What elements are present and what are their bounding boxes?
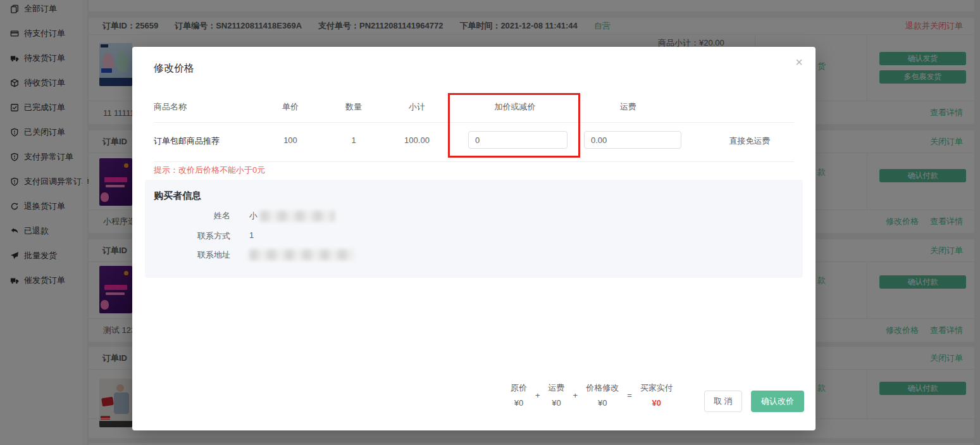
free-shipping-option[interactable]: 直接免运费 bbox=[721, 135, 778, 147]
name-label: 姓名 bbox=[158, 210, 230, 222]
buyer-actual-pay: 买家实付 ¥0 bbox=[640, 382, 673, 408]
price-summary: 原价 ¥0 + 运费 ¥0 + 价格修改 ¥0 = 买家实付 ¥0 bbox=[511, 382, 673, 408]
original-price: 原价 ¥0 bbox=[511, 382, 527, 408]
shipping-fee-input[interactable] bbox=[584, 131, 681, 149]
name-redacted-block bbox=[260, 211, 335, 222]
cell-subtotal: 100.00 bbox=[398, 135, 436, 145]
buyer-actual-pay-label: 买家实付 bbox=[640, 382, 673, 394]
buyer-actual-pay-value: ¥0 bbox=[652, 398, 661, 408]
table-divider bbox=[154, 161, 794, 162]
col-header-product-name: 商品名称 bbox=[154, 101, 187, 113]
contact-label: 联系方式 bbox=[158, 230, 230, 242]
cell-quantity: 1 bbox=[335, 135, 373, 145]
modal-title: 修改价格 bbox=[154, 62, 194, 75]
col-header-unit-price: 单价 bbox=[271, 101, 309, 113]
name-value: 小 bbox=[249, 210, 335, 222]
contact-value: 1 bbox=[249, 230, 254, 240]
buyer-info-panel bbox=[145, 180, 803, 278]
modify-amount-label: 价格修改 bbox=[586, 382, 619, 394]
order-admin-page: 全部订单 待支付订单 待发货订单 待收货订单 已完成订单 已关闭订单 bbox=[0, 0, 980, 445]
shipping-price-label: 运费 bbox=[549, 382, 565, 394]
cell-product-name: 订单包邮商品推荐 bbox=[154, 135, 220, 147]
table-divider bbox=[154, 122, 794, 123]
cell-unit-price: 100 bbox=[271, 135, 309, 145]
price-warning-text: 提示：改价后价格不能小于0元 bbox=[154, 165, 265, 176]
col-header-shipping: 运费 bbox=[609, 101, 647, 113]
col-header-adjust: 加价或减价 bbox=[477, 101, 553, 113]
address-redacted-block bbox=[249, 249, 354, 260]
plus-operator: + bbox=[573, 391, 578, 400]
cancel-button[interactable]: 取 消 bbox=[704, 391, 742, 412]
shipping-price-value: ¥0 bbox=[552, 398, 561, 408]
address-label: 联系地址 bbox=[158, 249, 230, 261]
plus-operator: + bbox=[535, 391, 540, 400]
original-price-label: 原价 bbox=[511, 382, 527, 394]
equals-operator: = bbox=[627, 391, 632, 400]
modify-amount-value: ¥0 bbox=[598, 398, 607, 408]
col-header-subtotal: 小计 bbox=[398, 101, 436, 113]
modify-price-modal: 修改价格 × 商品名称 单价 数量 小计 加价或减价 运费 订单包邮商品推荐 1… bbox=[132, 47, 816, 430]
adjust-price-input[interactable] bbox=[468, 131, 568, 149]
shipping-price: 运费 ¥0 bbox=[549, 382, 565, 408]
close-icon[interactable]: × bbox=[795, 56, 803, 68]
address-value bbox=[249, 249, 354, 260]
modify-amount: 价格修改 ¥0 bbox=[586, 382, 619, 408]
confirm-modify-button[interactable]: 确认改价 bbox=[751, 391, 804, 412]
buyer-info-title: 购买者信息 bbox=[154, 190, 201, 202]
col-header-quantity: 数量 bbox=[335, 101, 373, 113]
name-visible-text: 小 bbox=[249, 211, 257, 220]
original-price-value: ¥0 bbox=[514, 398, 523, 408]
